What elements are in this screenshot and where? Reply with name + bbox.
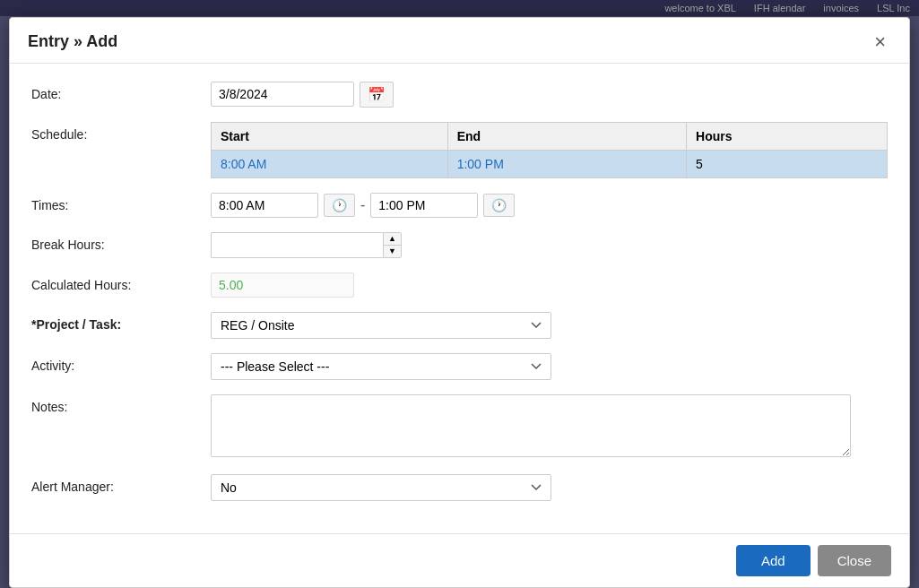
break-hours-row: Break Hours: ▲ ▼ xyxy=(31,232,888,258)
calc-hours-label: Calculated Hours: xyxy=(31,272,211,292)
close-button[interactable]: Close xyxy=(818,545,891,576)
spinner-up-button[interactable]: ▲ xyxy=(384,233,401,246)
modal-body: Date: 📅 Schedule: Start xyxy=(10,64,909,533)
alert-manager-select[interactable]: No Yes xyxy=(211,474,551,501)
notes-control xyxy=(211,394,888,460)
calc-hours-value: 5.00 xyxy=(211,272,354,298)
schedule-hours: 5 xyxy=(687,150,888,177)
times-end-input[interactable] xyxy=(370,193,478,218)
break-hours-label: Break Hours: xyxy=(31,232,211,252)
activity-control: --- Please Select --- xyxy=(211,353,888,380)
notes-label: Notes: xyxy=(31,394,211,414)
project-task-row: *Project / Task: REG / Onsite xyxy=(31,312,888,339)
top-bar: welcome to XBL IFH alendar invoices LSL … xyxy=(0,0,919,16)
schedule-start-time: 8:00 AM xyxy=(212,150,448,177)
modal-dialog: Entry » Add × Date: 📅 Schedule: xyxy=(9,17,910,588)
modal-header: Entry » Add × xyxy=(10,18,909,64)
project-task-control: REG / Onsite xyxy=(211,312,888,339)
project-task-label: *Project / Task: xyxy=(31,312,211,332)
schedule-col-end: End xyxy=(447,122,686,150)
schedule-label: Schedule: xyxy=(31,122,211,142)
break-hours-input[interactable] xyxy=(211,232,383,258)
project-task-select[interactable]: REG / Onsite xyxy=(211,312,551,339)
date-label: Date: xyxy=(31,82,211,101)
times-label: Times: xyxy=(31,193,211,212)
topbar-item-2: IFH alendar xyxy=(754,3,805,13)
modal-title: Entry » Add xyxy=(28,32,117,51)
times-row: Times: 🕐 - 🕐 xyxy=(31,193,888,218)
modal-footer: Add Close xyxy=(10,533,909,587)
activity-label: Activity: xyxy=(31,353,211,373)
schedule-col-start: Start xyxy=(212,122,448,150)
topbar-item-4: LSL Inc xyxy=(877,3,910,13)
date-control: 📅 xyxy=(211,82,888,108)
calendar-button[interactable]: 📅 xyxy=(360,82,394,108)
times-end-clock-button[interactable]: 🕐 xyxy=(483,194,515,217)
alert-manager-control: No Yes xyxy=(211,474,888,501)
schedule-row: Schedule: Start End Hours 8:00 A xyxy=(31,122,888,178)
times-start-input[interactable] xyxy=(211,193,318,218)
schedule-col-hours: Hours xyxy=(687,122,888,150)
calc-hours-row: Calculated Hours: 5.00 xyxy=(31,272,888,298)
notes-row: Notes: xyxy=(31,394,888,460)
date-row: Date: 📅 xyxy=(31,82,888,108)
schedule-end-time: 1:00 PM xyxy=(447,150,686,177)
add-button[interactable]: Add xyxy=(736,545,811,576)
schedule-row-selected[interactable]: 8:00 AM 1:00 PM 5 xyxy=(212,150,888,177)
times-start-clock-button[interactable]: 🕐 xyxy=(324,194,355,217)
modal-overlay: Entry » Add × Date: 📅 Schedule: xyxy=(0,16,919,588)
alert-manager-label: Alert Manager: xyxy=(31,474,211,494)
date-input[interactable] xyxy=(211,82,354,107)
break-hours-control: ▲ ▼ xyxy=(211,232,888,258)
topbar-item-3: invoices xyxy=(823,3,859,13)
activity-row: Activity: --- Please Select --- xyxy=(31,353,888,380)
notes-textarea[interactable] xyxy=(211,394,851,457)
schedule-table: Start End Hours 8:00 AM 1:00 PM 5 xyxy=(211,122,888,178)
modal-close-button[interactable]: × xyxy=(869,30,891,54)
schedule-control: Start End Hours 8:00 AM 1:00 PM 5 xyxy=(211,122,888,178)
topbar-item-1: welcome to XBL xyxy=(664,3,735,13)
activity-select[interactable]: --- Please Select --- xyxy=(211,353,551,380)
times-control: 🕐 - 🕐 xyxy=(211,193,888,218)
spinner-down-button[interactable]: ▼ xyxy=(384,246,401,257)
calc-hours-control: 5.00 xyxy=(211,272,888,298)
spinner-buttons: ▲ ▼ xyxy=(383,232,402,258)
times-separator: - xyxy=(360,197,365,213)
alert-manager-row: Alert Manager: No Yes xyxy=(31,474,888,501)
